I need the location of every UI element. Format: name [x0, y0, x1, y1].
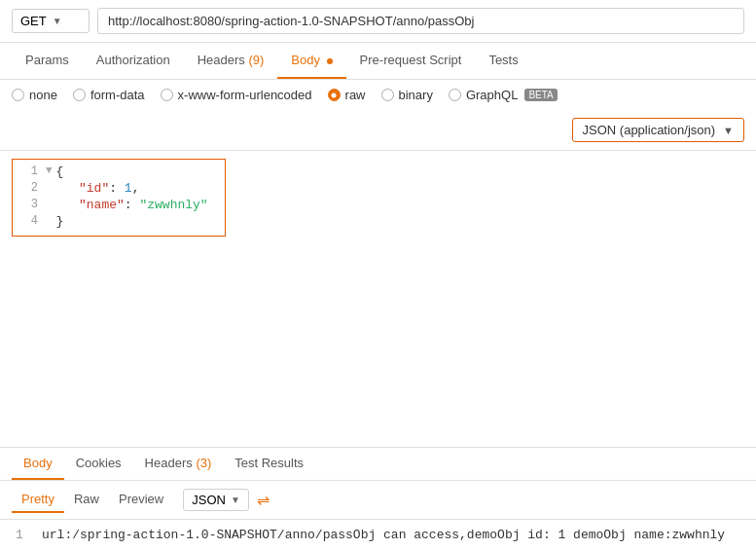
code-line-1: 1 ▼ {: [13, 164, 225, 180]
code-content-2: "id": 1,: [56, 181, 140, 196]
response-options-row: Pretty Raw Preview JSON ▼ ⇌: [0, 481, 756, 520]
radio-raw: [328, 89, 341, 101]
sort-icon[interactable]: ⇌: [257, 491, 270, 509]
tab-body[interactable]: Body: [277, 43, 345, 79]
code-content-3: "name": "zwwhnly": [56, 198, 208, 212]
resp-view-preview[interactable]: Preview: [109, 487, 173, 513]
resp-format-select[interactable]: JSON ▼: [183, 489, 249, 511]
line-num-3: 3: [18, 198, 38, 211]
method-label: GET: [20, 14, 47, 28]
tab-prerequest[interactable]: Pre-request Script: [346, 43, 476, 79]
line-arrow-4: [46, 214, 53, 226]
radio-none: [12, 89, 24, 101]
url-input[interactable]: [97, 8, 744, 34]
resp-tab-cookies[interactable]: Cookies: [64, 448, 133, 480]
response-tabs: Body Cookies Headers (3) Test Results: [0, 448, 756, 481]
tab-authorization[interactable]: Authorization: [83, 43, 184, 79]
line-num-2: 2: [18, 181, 38, 195]
line-arrow-2: [46, 181, 53, 193]
json-format-select[interactable]: JSON (application/json) ▼: [572, 118, 744, 142]
body-options-row: none form-data x-www-form-urlencoded raw…: [0, 80, 756, 151]
code-editor[interactable]: 1 ▼ { 2 "id": 1, 3 "name": "zwwhnly" 4 }: [12, 159, 226, 237]
resp-view-pretty[interactable]: Pretty: [12, 487, 64, 513]
method-chevron: ▼: [53, 16, 62, 26]
resp-line-content: url:/spring-action-1.0-SNAPSHOT/anno/pas…: [42, 528, 725, 542]
code-line-4: 4 }: [13, 213, 225, 230]
url-bar: GET ▼: [0, 0, 756, 43]
request-tabs: Params Authorization Headers (9) Body Pr…: [0, 43, 756, 80]
tab-params[interactable]: Params: [12, 43, 83, 79]
method-select[interactable]: GET ▼: [12, 9, 90, 33]
code-content-1: {: [56, 165, 64, 179]
main-content-area: [0, 244, 756, 458]
bottom-section: Body Cookies Headers (3) Test Results Pr…: [0, 447, 756, 550]
line-arrow-1: ▼: [46, 165, 53, 176]
resp-headers-badge: (3): [196, 456, 211, 470]
option-raw[interactable]: raw: [328, 88, 366, 102]
radio-urlencoded: [161, 89, 173, 101]
resp-tab-body[interactable]: Body: [12, 448, 64, 480]
body-dot: [327, 58, 333, 64]
option-graphql[interactable]: GraphQL BETA: [449, 88, 558, 102]
headers-badge: (9): [248, 53, 264, 67]
line-num-4: 4: [18, 214, 38, 228]
option-form-data[interactable]: form-data: [73, 88, 145, 102]
tab-headers[interactable]: Headers (9): [184, 43, 278, 79]
tab-tests[interactable]: Tests: [475, 43, 531, 79]
response-line-1: 1 url:/spring-action-1.0-SNAPSHOT/anno/p…: [16, 528, 740, 542]
option-none[interactable]: none: [12, 88, 57, 102]
radio-form-data: [73, 89, 86, 101]
radio-binary: [381, 89, 394, 101]
resp-format-chevron: ▼: [231, 495, 240, 505]
resp-tab-test-results[interactable]: Test Results: [223, 448, 315, 480]
option-urlencoded[interactable]: x-www-form-urlencoded: [161, 88, 312, 102]
resp-view-raw[interactable]: Raw: [64, 487, 109, 513]
beta-badge: BETA: [524, 89, 557, 101]
json-select-chevron: ▼: [723, 125, 734, 136]
line-arrow-3: [46, 198, 53, 209]
line-num-1: 1: [18, 165, 38, 178]
response-body: 1 url:/spring-action-1.0-SNAPSHOT/anno/p…: [0, 520, 756, 550]
resp-tab-headers[interactable]: Headers (3): [133, 448, 224, 480]
code-content-4: }: [56, 214, 64, 229]
code-line-3: 3 "name": "zwwhnly": [13, 197, 225, 213]
radio-graphql: [449, 89, 461, 101]
code-line-2: 2 "id": 1,: [13, 180, 225, 197]
resp-line-num: 1: [16, 528, 30, 542]
option-binary[interactable]: binary: [381, 88, 433, 102]
